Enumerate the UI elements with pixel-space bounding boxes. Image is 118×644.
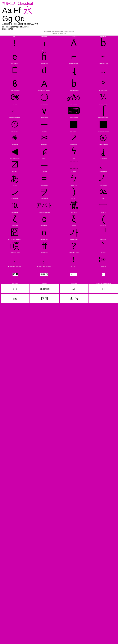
glyph-reversed-not: ⌐ [59, 51, 88, 62]
cat-row-8: Misc Symbols Dingbats Sup Arrows B Misc … [0, 130, 118, 132]
cat-row-17: CJK Compat Forms Small Forms Half And Fu… [0, 252, 118, 254]
glyph-cjk-rad: 〼 [0, 159, 30, 171]
glyph-currency-signs: ₢€ [0, 91, 30, 103]
glyph-bdot2: ḃ [59, 78, 88, 90]
glyph-bottom-strip-4: 𪛖 𫝀 [88, 267, 118, 282]
glyph-alpha-lower: α [30, 226, 59, 238]
cat-number-forms: Number Forms [88, 90, 118, 91]
cjk-demo-char: 永 [23, 6, 32, 15]
glyph-row-8: ✺ ✂ ↗ [0, 132, 118, 144]
glyph-equals: = [30, 172, 59, 184]
cat-row-16: CJK Compat Hieroglyphs Alphabetic PF Ver… [0, 238, 118, 240]
preview-cell-6: 囧囨 [30, 294, 59, 303]
cat-cyrillic: Cyrillic [0, 49, 30, 51]
cat-kayah-li: Kayah Li [88, 211, 118, 213]
cat-kanbun: Kanbun [0, 184, 30, 186]
font-title: 有爱锐方 Classical [2, 2, 116, 6]
glyph-filled-sq2 [88, 118, 118, 130]
glyph-row-5: ₢€ ℊa/% ⅐ [0, 91, 118, 103]
section-3: Cyrillic Ext C Phonetic Ext Phonetic Ext… [0, 62, 118, 76]
section-14: Cyrillic Ext B Modifier Tone Letters Lat… [0, 211, 118, 225]
glyph-circle [30, 91, 59, 103]
section-16: CJK Compat Hieroglyphs Alphabetic PF Ver… [0, 238, 118, 252]
glyph-row-12: レ ヲ ㇁ ㆃ [0, 186, 118, 198]
glyph-row-15: 囧 α 가 ᅥ [0, 226, 118, 238]
cat-phonetic-ext: Phonetic Ext [30, 62, 59, 64]
cat-latin-ext-add: Latin Ext Additional [0, 76, 30, 78]
section-4: Latin Ext Additional Greek Ext Punctuati… [0, 76, 118, 90]
glyph-row-14: ζ c ξ ( [0, 213, 118, 225]
preview-strip-row1: 𪜶𫞩𫞹 «囧囩囨 𠀋𠀙𠀚 𪛖𫝀 [0, 284, 118, 294]
cat-cjk-compat-forms: CJK Compat Forms [0, 252, 30, 254]
preview-cell-4: 𪛖𫝀 [89, 284, 118, 293]
glyph-open-paren: ( [88, 213, 118, 225]
cat-row-2: Cyrillic Cyrillic Sup Jamo Dias+Marks Ex… [0, 49, 118, 51]
cat-dias-marks-sup: Dias+Marks Sup [88, 62, 118, 64]
cat-ascii: ASCII [0, 36, 30, 37]
glyph-xi: ξ [59, 213, 88, 225]
cat-sup-arrows-b: Sup Arrows B [59, 130, 88, 132]
glyph-row-6: ← ∨ ⌨ ⎧ [0, 105, 118, 117]
source-info: Font Source: http://www.fontke.com/font/… [2, 31, 116, 32]
section-10: CJK Radicals Sup Kangxi KSC CJK Symbols … [0, 157, 118, 171]
cat-latin-ext-b: Latin Ext B [88, 36, 118, 37]
cat-half-full-forms: Half And Full Forms [59, 252, 88, 254]
bottom-preview-section: CJK Ext D CJK Ext E CJK Ext A CJK Compat… [0, 282, 118, 304]
cat-jamo: Jamo [59, 49, 88, 51]
cat-currency: Currency Symbols [0, 90, 30, 91]
cat-bottom-1: CJK Ext D [0, 282, 30, 284]
glyph-sun: ✺ [0, 132, 30, 144]
cat-jamo-ext-b: Jamo Ext B [88, 225, 118, 226]
glyph-filled-block [59, 118, 88, 130]
glyph-row-11: あ = ㄅ ᄀ [0, 172, 118, 184]
glyph-e-grave: È [0, 64, 30, 76]
glyph-num-circle: 1 [0, 118, 30, 130]
demo-row2: Gg Qq [2, 15, 32, 22]
cat-row-18: Enclosed Alphanum Sup Enclosed Ideograph… [0, 265, 118, 267]
glyph-cjk-stroke: ㇁ [59, 186, 88, 198]
glyph-grave: ` [88, 240, 118, 252]
cat-phonetic-ext-sup: Phonetic Ext Sup [59, 62, 88, 64]
glyph-row-10: 〼 ⸺ 、 [0, 159, 118, 171]
glyph-small-c: c [30, 213, 59, 225]
section-5: Currency Symbols Diacritics For Symbols … [0, 90, 118, 103]
cat-compat-jamo: Compat Jamo [88, 171, 118, 172]
abc-lower: abcdefghijklmnopqrstuvwxyz [2, 26, 116, 28]
preview-cell-2: «囧囩囨 [30, 284, 59, 293]
glyph-turned-r: ɻ [59, 64, 88, 76]
glyph-katakana-words: アパト [30, 200, 59, 211]
cat-block-elements: Block Elements [59, 117, 88, 118]
glyph-small-comma: ﹐ [30, 254, 59, 265]
glyph-alpha: Α [30, 78, 59, 90]
cat-alpha-pf: Alphabetic PF [30, 238, 59, 240]
glyph-bracket: ⎧ [88, 105, 118, 117]
glyph-dashed-rect-sym [59, 159, 88, 171]
cat-misc-symbols: Misc Symbols [0, 130, 30, 132]
cat-row-4: Latin Ext Additional Greek Ext Punctuati… [0, 76, 118, 78]
glyph-half-full-char: ！ [59, 254, 88, 265]
cat-greek-ext: Greek Ext [30, 76, 59, 78]
cat-row-11: Hiragana Katakana Bopomofo Compat Jamo [0, 171, 118, 172]
cat-row-10: CJK Radicals Sup Kangxi KSC CJK Symbols [0, 157, 118, 159]
cat-hiragana: Hiragana [0, 171, 30, 172]
glyph-jamo-g: ᄀ [88, 172, 118, 184]
glyph-kanbun-re: レ [0, 186, 30, 198]
glyph-em-dash: ⸺ [30, 159, 59, 171]
glyph-b-dot: ḃ [88, 37, 118, 49]
cat-cjk-symbols: CJK Symbols [88, 157, 118, 159]
glyph-a-macron: Ā [59, 37, 88, 49]
glyph-interrobang: ⸘ [88, 146, 118, 157]
glyph-bottom-strip-1: 𝅘𝅥𝅮 🄰 🅰 [0, 267, 30, 282]
cat-row-1: ASCII Latin / Sup Latin Ext A Latin Ext … [0, 36, 118, 37]
cat-math-ops: Math Operators [30, 103, 59, 105]
cat-bottom-2: CJK Ext E [30, 282, 59, 284]
glyph-scissors: ✂ [30, 132, 59, 144]
cat-cyrillic-ext-a: Cyrillic Ext A [59, 144, 88, 146]
glyph-bottom-strip-3: 𠀋 𠂉 𠂎 [59, 267, 88, 282]
glyph-question: ？ [59, 240, 88, 252]
section-15: Jamo Ext A Latin Ext E Hangul Jamo Ext B… [0, 225, 118, 238]
section-1: ASCII Latin / Sup Latin Ext A Latin Ext … [0, 36, 118, 49]
cat-bopomofo: Bopomofo [59, 171, 88, 172]
glyph-ff-ligature: ff [30, 240, 59, 252]
cat-punctuation: Punctuation [59, 76, 88, 78]
